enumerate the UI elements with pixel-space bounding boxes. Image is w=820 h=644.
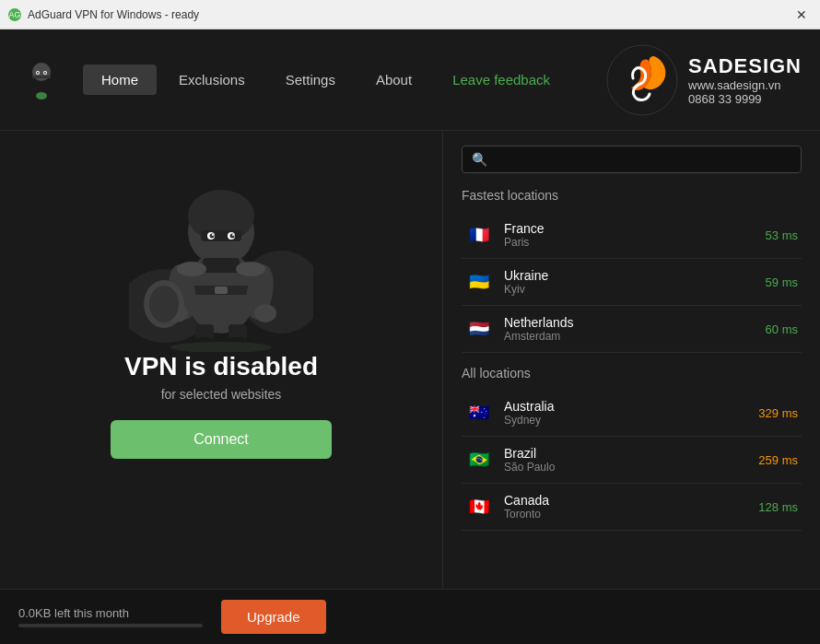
close-button[interactable]: ✕ (791, 4, 813, 26)
bottom-bar: 0.0KB left this month Upgrade (0, 589, 820, 644)
nav-feedback[interactable]: Leave feedback (434, 64, 568, 95)
title-bar-title: AdGuard VPN for Windows - ready (28, 8, 199, 21)
all-locations-header: All locations (462, 366, 802, 381)
adguard-logo (18, 55, 64, 105)
title-bar-left: AG AdGuard VPN for Windows - ready (7, 7, 199, 22)
australia-info: Australia Sydney (504, 399, 758, 427)
svg-point-25 (149, 286, 179, 322)
data-left-section: 0.0KB left this month (18, 606, 203, 627)
brand-logo-icon (605, 43, 679, 117)
upgrade-button[interactable]: Upgrade (221, 600, 326, 634)
right-panel: 🔍 Fastest locations 🇫🇷 France Paris 53 m… (442, 131, 820, 589)
australia-city: Sydney (504, 414, 758, 427)
canada-country: Canada (504, 493, 758, 508)
location-item[interactable]: 🇦🇺 Australia Sydney 329 ms (462, 390, 802, 437)
brand-name: SADESIGN (688, 54, 802, 78)
ukraine-latency: 59 ms (766, 275, 798, 289)
data-progress-bar (18, 624, 203, 627)
france-latency: 53 ms (766, 228, 798, 242)
ukraine-flag: 🇺🇦 (465, 268, 493, 296)
search-input[interactable] (495, 152, 791, 167)
connect-button[interactable]: Connect (111, 420, 332, 459)
nav-settings[interactable]: Settings (267, 64, 354, 95)
adguard-icon: AG (7, 7, 22, 22)
location-item[interactable]: 🇧🇷 Brazil São Paulo 259 ms (462, 437, 802, 484)
ukraine-info: Ukraine Kyiv (504, 268, 766, 296)
svg-point-34 (232, 234, 234, 236)
vpn-character (129, 149, 313, 352)
svg-rect-4 (32, 76, 51, 78)
ukraine-city: Kyiv (504, 283, 766, 296)
brazil-flag: 🇧🇷 (465, 446, 493, 474)
svg-point-31 (210, 234, 215, 239)
netherlands-country: Netherlands (504, 315, 766, 330)
brazil-latency: 259 ms (758, 453, 798, 467)
australia-flag: 🇦🇺 (465, 399, 493, 427)
france-country: France (504, 221, 766, 236)
svg-point-36 (177, 262, 206, 276)
svg-point-23 (254, 304, 276, 322)
canada-info: Canada Toronto (504, 493, 758, 521)
australia-country: Australia (504, 399, 758, 414)
netherlands-flag: 🇳🇱 (465, 315, 493, 343)
brazil-info: Brazil São Paulo (504, 446, 758, 474)
brand-text: SADESIGN www.sadesign.vn 0868 33 9999 (688, 54, 802, 106)
svg-point-32 (230, 234, 235, 239)
title-bar: AG AdGuard VPN for Windows - ready ✕ (0, 0, 820, 29)
canada-flag: 🇨🇦 (465, 493, 493, 521)
location-item[interactable]: 🇺🇦 Ukraine Kyiv 59 ms (462, 259, 802, 306)
netherlands-latency: 60 ms (766, 322, 798, 336)
svg-point-33 (212, 234, 214, 236)
svg-point-8 (44, 72, 46, 74)
vpn-status-title: VPN is disabled (124, 352, 318, 381)
svg-text:AG: AG (8, 10, 20, 19)
ukraine-country: Ukraine (504, 268, 766, 283)
location-item[interactable]: 🇳🇱 Netherlands Amsterdam 60 ms (462, 306, 802, 353)
brand-website: www.sadesign.vn (688, 78, 802, 92)
brand-area: SADESIGN www.sadesign.vn 0868 33 9999 (605, 43, 802, 117)
main-content: VPN is disabled for selected websites Co… (0, 131, 820, 589)
france-city: Paris (504, 236, 766, 249)
svg-rect-15 (215, 287, 228, 294)
svg-point-7 (37, 72, 39, 74)
data-left-text: 0.0KB left this month (18, 606, 203, 620)
left-panel: VPN is disabled for selected websites Co… (0, 131, 442, 589)
svg-rect-35 (203, 258, 240, 273)
netherlands-city: Amsterdam (504, 330, 766, 343)
brazil-country: Brazil (504, 446, 758, 461)
nav-links: Home Exclusions Settings About Leave fee… (83, 64, 605, 95)
location-item[interactable]: 🇫🇷 France Paris 53 ms (462, 212, 802, 259)
netherlands-info: Netherlands Amsterdam (504, 315, 766, 343)
nav-bar: Home Exclusions Settings About Leave fee… (0, 29, 820, 131)
nav-about[interactable]: About (357, 64, 430, 95)
nav-home[interactable]: Home (83, 64, 157, 95)
brazil-city: São Paulo (504, 461, 758, 474)
svg-point-37 (236, 262, 265, 276)
canada-latency: 128 ms (758, 500, 798, 514)
fastest-locations-header: Fastest locations (462, 188, 802, 203)
vpn-status-sub: for selected websites (161, 387, 282, 402)
france-flag: 🇫🇷 (465, 221, 493, 249)
france-info: France Paris (504, 221, 766, 249)
canada-city: Toronto (504, 508, 758, 521)
search-box: 🔍 (462, 146, 802, 173)
search-icon: 🔍 (472, 152, 487, 167)
brand-phone: 0868 33 9999 (688, 92, 802, 106)
svg-point-9 (36, 92, 47, 100)
svg-point-38 (170, 342, 272, 352)
svg-rect-28 (201, 230, 241, 241)
location-item[interactable]: 🇨🇦 Canada Toronto 128 ms (462, 484, 802, 531)
nav-exclusions[interactable]: Exclusions (160, 64, 264, 95)
australia-latency: 329 ms (758, 406, 798, 420)
